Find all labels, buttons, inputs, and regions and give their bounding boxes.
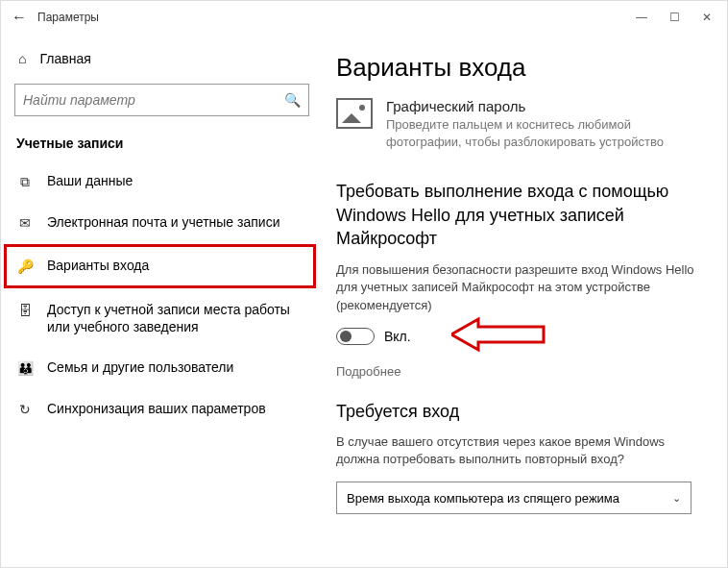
home-label: Главная	[39, 51, 90, 66]
home-icon: ⌂	[18, 51, 26, 66]
sidebar-item-label: Электронная почта и учетные записи	[47, 213, 307, 231]
briefcase-icon: 🗄	[16, 302, 34, 319]
svg-marker-0	[451, 319, 544, 350]
back-button[interactable]: ←	[5, 9, 34, 26]
titlebar: ← Параметры — ☐ ✕	[1, 1, 727, 34]
picture-password-title: Графический пароль	[386, 98, 706, 114]
hello-heading: Требовать выполнение входа с помощью Win…	[336, 180, 706, 250]
sidebar-item-label: Доступ к учетной записи места работы или…	[47, 301, 307, 335]
sidebar-item-label: Варианты входа	[47, 257, 303, 274]
hello-toggle-row: Вкл.	[336, 328, 706, 345]
sidebar-item-sync[interactable]: ↻ Синхронизация ваших параметров	[1, 388, 323, 430]
sidebar-item-email[interactable]: ✉ Электронная почта и учетные записи	[1, 202, 323, 243]
annotation-arrow	[451, 315, 547, 358]
hello-body: Для повышения безопасности разрешите вхо…	[336, 261, 706, 314]
sidebar-item-family[interactable]: 👪 Семья и другие пользователи	[1, 347, 323, 388]
picture-password-option[interactable]: Графический пароль Проведите пальцем и к…	[336, 98, 706, 151]
search-input[interactable]	[23, 92, 284, 108]
people-icon: 👪	[16, 359, 34, 377]
sidebar-item-work-access[interactable]: 🗄 Доступ к учетной записи места работы и…	[1, 289, 323, 347]
require-signin-heading: Требуется вход	[336, 402, 706, 422]
chevron-down-icon: ⌄	[672, 492, 681, 505]
sidebar-item-label: Семья и другие пользователи	[47, 358, 307, 376]
window-title: Параметры	[37, 11, 99, 24]
sidebar: ⌂ Главная 🔍 Учетные записи ⧉ Ваши данные…	[1, 34, 323, 567]
hello-toggle[interactable]	[336, 328, 375, 345]
main-pane: Варианты входа Графический пароль Провед…	[323, 34, 727, 567]
settings-window: ← Параметры — ☐ ✕ ⌂ Главная 🔍 Учетные за…	[0, 0, 728, 568]
learn-more-link[interactable]: Подробнее	[336, 364, 400, 379]
toggle-state-label: Вкл.	[384, 329, 411, 344]
search-wrap: 🔍	[1, 74, 323, 130]
sidebar-item-label: Синхронизация ваших параметров	[47, 400, 307, 417]
sidebar-nav: ⧉ Ваши данные ✉ Электронная почта и учет…	[1, 161, 323, 430]
toggle-knob	[340, 331, 352, 342]
require-signin-body: В случае вашего отсутствия через какое в…	[336, 433, 706, 468]
close-button[interactable]: ✕	[691, 11, 723, 24]
sidebar-item-label: Ваши данные	[47, 172, 307, 189]
search-box[interactable]: 🔍	[14, 84, 309, 116]
maximize-button[interactable]: ☐	[658, 11, 691, 24]
key-icon: 🔑	[16, 258, 34, 275]
sidebar-item-your-info[interactable]: ⧉ Ваши данные	[1, 161, 323, 202]
minimize-button[interactable]: —	[625, 11, 658, 24]
search-icon: 🔍	[284, 92, 301, 108]
require-signin-dropdown[interactable]: Время выхода компьютера из спящего режим…	[336, 482, 692, 514]
mail-icon: ✉	[16, 214, 34, 232]
sidebar-item-signin-options[interactable]: 🔑 Варианты входа	[5, 245, 315, 286]
home-nav[interactable]: ⌂ Главная	[1, 43, 323, 74]
sync-icon: ↻	[16, 401, 34, 418]
picture-password-desc: Проведите пальцем и коснитесь любимой фо…	[386, 116, 706, 151]
page-title: Варианты входа	[336, 53, 706, 83]
picture-icon	[336, 98, 373, 129]
sidebar-section-title: Учетные записи	[1, 130, 323, 161]
user-card-icon: ⧉	[16, 173, 34, 190]
content-area: ⌂ Главная 🔍 Учетные записи ⧉ Ваши данные…	[1, 34, 727, 567]
dropdown-value: Время выхода компьютера из спящего режим…	[347, 491, 619, 506]
